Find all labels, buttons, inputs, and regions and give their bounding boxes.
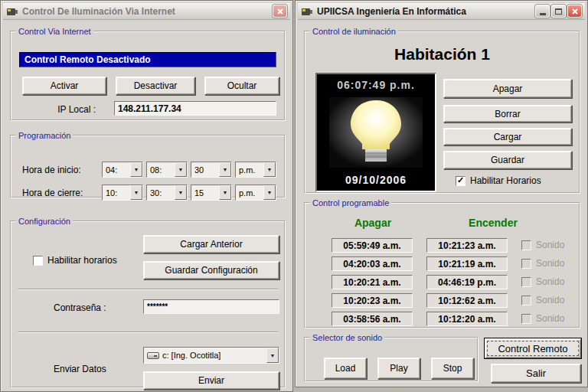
clock-date: 09/10/2006 bbox=[345, 174, 407, 186]
chevron-down-icon[interactable]: ▼ bbox=[266, 348, 279, 363]
cierre-minute-select[interactable]: 30:▼ bbox=[146, 185, 188, 201]
chevron-down-icon[interactable]: ▼ bbox=[175, 185, 187, 200]
chevron-down-icon[interactable]: ▼ bbox=[130, 162, 142, 177]
checkbox-label: Sonido bbox=[536, 240, 564, 250]
apagar-time-field[interactable]: 05:59:49 a.m. bbox=[332, 238, 413, 253]
checkbox-box[interactable] bbox=[521, 240, 531, 250]
checkbox-box[interactable] bbox=[521, 314, 531, 324]
borrar-button[interactable]: Borrar bbox=[443, 105, 572, 122]
cierre-second-select[interactable]: 15▼ bbox=[191, 185, 232, 201]
drive-value: c: [Ing. Ocotitla] bbox=[162, 351, 266, 360]
checkbox-box[interactable] bbox=[456, 176, 466, 186]
apagar-time-field[interactable]: 10:20:23 a.m. bbox=[332, 293, 413, 308]
group-caption: Selector de sonido bbox=[310, 333, 384, 342]
group-control-iluminacion: Control de iluminación Habitación 1 06:0… bbox=[304, 27, 580, 194]
apagar-time-field[interactable]: 04:20:03 a.m. bbox=[332, 256, 413, 271]
sonido-checkbox[interactable]: Sonido bbox=[521, 313, 564, 324]
combo-value: p.m. bbox=[239, 188, 263, 198]
checkbox-box[interactable] bbox=[521, 259, 531, 269]
titlebar-right[interactable]: UPIICSA Ingeniería En Informática bbox=[298, 3, 585, 20]
window-upiicsa: UPIICSA Ingeniería En Informática Contro… bbox=[295, 0, 588, 387]
titlebar-left[interactable]: Control De Iluminación Via Internet bbox=[3, 3, 290, 20]
column-header-apagar: Apagar bbox=[328, 217, 417, 229]
control-remoto-button[interactable]: Control Remoto bbox=[485, 338, 581, 358]
table-row: 10:20:23 a.m. 10:12:62 a.m. Sonido bbox=[305, 293, 579, 308]
sonido-checkbox[interactable]: Sonido bbox=[521, 295, 564, 305]
chevron-down-icon[interactable]: ▼ bbox=[175, 162, 187, 177]
drive-icon bbox=[147, 352, 159, 359]
guardar-configuracion-button[interactable]: Guardar Configuración bbox=[143, 261, 279, 279]
room-title: Habitación 1 bbox=[305, 45, 579, 64]
inicio-hour-select[interactable]: 04:▼ bbox=[102, 162, 143, 178]
combo-value: 10: bbox=[106, 188, 130, 198]
close-icon[interactable] bbox=[567, 5, 582, 18]
checkbox-label: Sonido bbox=[536, 295, 564, 305]
window-title: UPIICSA Ingeniería En Informática bbox=[317, 6, 531, 17]
cierre-hour-select[interactable]: 10:▼ bbox=[102, 185, 143, 201]
sonido-checkbox[interactable]: Sonido bbox=[521, 258, 564, 269]
ocultar-button[interactable]: Ocultar bbox=[204, 77, 279, 95]
table-row: 04:20:03 a.m. 10:21:19 a.m. Sonido bbox=[305, 256, 579, 271]
app-icon bbox=[6, 6, 18, 17]
cargar-button[interactable]: Cargar bbox=[443, 128, 572, 145]
combo-value: 04: bbox=[106, 165, 130, 175]
clock-time: 06:07:49 p.m. bbox=[337, 79, 415, 91]
chevron-down-icon[interactable]: ▼ bbox=[263, 185, 276, 200]
habilitar-horarios-checkbox[interactable]: Habilitar horarios bbox=[33, 255, 117, 266]
chevron-down-icon[interactable]: ▼ bbox=[219, 162, 231, 177]
encender-time-field[interactable]: 10:12:62 a.m. bbox=[426, 293, 508, 308]
status-bar: Control Remoto Desactivado bbox=[19, 52, 276, 67]
enviar-button[interactable]: Enviar bbox=[143, 371, 279, 390]
ip-input[interactable] bbox=[114, 101, 276, 116]
checkbox-box[interactable] bbox=[33, 256, 43, 266]
group-caption: Programación bbox=[16, 131, 73, 140]
combo-value: 15 bbox=[194, 188, 219, 198]
chevron-down-icon[interactable]: ▼ bbox=[263, 162, 276, 177]
cierre-ampm-select[interactable]: p.m.▼ bbox=[235, 185, 276, 201]
desactivar-button[interactable]: Desactivar bbox=[116, 77, 195, 95]
sonido-checkbox[interactable]: Sonido bbox=[521, 240, 564, 250]
guardar-button[interactable]: Guardar bbox=[443, 151, 572, 169]
contrasena-input[interactable] bbox=[143, 299, 279, 314]
sonido-checkbox[interactable]: Sonido bbox=[521, 276, 564, 287]
table-row: 10:20:21 a.m. 04:46:19 p.m. Sonido bbox=[305, 275, 579, 289]
checkbox-label: Habilitar horarios bbox=[47, 255, 117, 266]
close-icon[interactable] bbox=[273, 5, 287, 18]
group-control-programable: Control programable Apagar Encender 05:5… bbox=[304, 198, 580, 328]
encender-time-field[interactable]: 10:21:19 a.m. bbox=[426, 256, 508, 271]
column-header-encender: Encender bbox=[443, 217, 543, 229]
chevron-down-icon[interactable]: ▼ bbox=[130, 185, 142, 200]
load-button[interactable]: Load bbox=[324, 358, 367, 379]
play-button[interactable]: Play bbox=[377, 358, 420, 379]
apagar-time-field[interactable]: 03:58:56 a.m. bbox=[332, 312, 413, 326]
apagar-button[interactable]: Apagar bbox=[443, 79, 572, 98]
stop-button[interactable]: Stop bbox=[431, 358, 474, 379]
maximize-icon[interactable] bbox=[551, 5, 566, 18]
drive-select[interactable]: c: [Ing. Ocotitla] ▼ bbox=[143, 347, 279, 364]
inicio-second-select[interactable]: 30▼ bbox=[191, 162, 232, 178]
group-configuracion: Configuración Cargar Anterior Habilitar … bbox=[10, 217, 286, 388]
checkbox-label: Sonido bbox=[536, 313, 564, 324]
checkbox-box[interactable] bbox=[521, 277, 531, 287]
group-control-via-internet: Control Via Internet Control Remoto Desa… bbox=[10, 27, 286, 121]
salir-button[interactable]: Salir bbox=[491, 364, 581, 383]
chevron-down-icon[interactable]: ▼ bbox=[219, 185, 231, 200]
inicio-minute-select[interactable]: 08:▼ bbox=[146, 162, 188, 178]
enviar-datos-label: Enviar Datos bbox=[54, 364, 106, 374]
table-row: 05:59:49 a.m. 10:21:23 a.m. Sonido bbox=[305, 238, 579, 253]
cargar-anterior-button[interactable]: Cargar Anterior bbox=[143, 235, 279, 253]
activar-button[interactable]: Activar bbox=[22, 77, 106, 95]
inicio-ampm-select[interactable]: p.m.▼ bbox=[235, 162, 276, 178]
ip-label: IP Local : bbox=[34, 104, 96, 115]
apagar-time-field[interactable]: 10:20:21 a.m. bbox=[332, 275, 413, 289]
combo-value: p.m. bbox=[239, 165, 263, 175]
group-caption: Control de iluminación bbox=[310, 27, 398, 36]
status-text: Control Remoto Desactivado bbox=[24, 54, 151, 65]
encender-time-field[interactable]: 10:21:23 a.m. bbox=[426, 238, 508, 253]
encender-time-field[interactable]: 10:12:20 a.m. bbox=[426, 312, 508, 326]
checkbox-box[interactable] bbox=[521, 296, 531, 305]
minimize-icon[interactable] bbox=[535, 5, 550, 18]
encender-time-field[interactable]: 04:46:19 p.m. bbox=[426, 275, 508, 289]
desktop: Control De Iluminación Via Internet Cont… bbox=[0, 0, 588, 392]
habilitar-horarios-checkbox[interactable]: Habilitar Horarios bbox=[456, 175, 541, 186]
